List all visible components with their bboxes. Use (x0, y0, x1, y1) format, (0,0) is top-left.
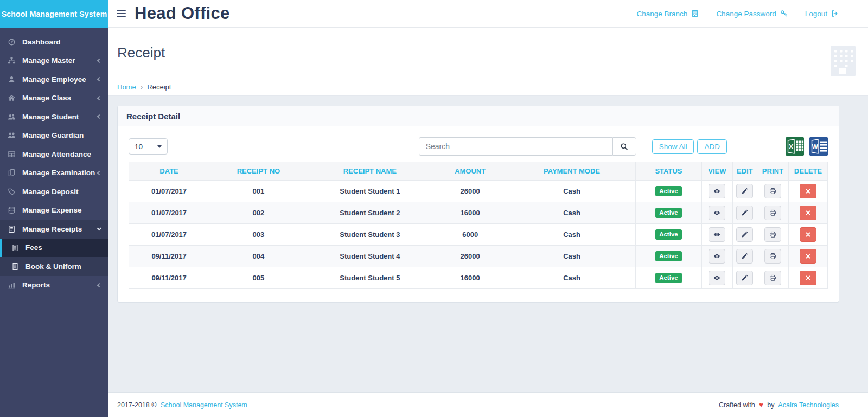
topnav: Head Office Change Branch Change Passwor… (108, 0, 868, 28)
col-edit[interactable]: EDIT (732, 162, 757, 181)
col-status[interactable]: STATUS (635, 162, 701, 181)
logout-link[interactable]: Logout (805, 10, 839, 18)
sidebar-item-manage-receipts[interactable]: Manage Receipts (0, 220, 108, 239)
page-heading: Head Office (135, 4, 230, 23)
table-icon (8, 150, 16, 158)
excel-export-icon[interactable]: X (786, 137, 804, 156)
eye-icon (713, 253, 720, 260)
page-title: Receipt (117, 44, 165, 61)
view-button[interactable] (709, 249, 725, 264)
status-badge: Active (655, 208, 682, 218)
printer-icon (769, 188, 776, 195)
cell-date: 01/07/2017 (129, 181, 209, 202)
change-password-link[interactable]: Change Password (716, 10, 787, 18)
sidebar-item-manage-class[interactable]: Manage Class (0, 89, 108, 108)
chevron-left-icon (97, 283, 101, 287)
status-badge: Active (655, 186, 682, 196)
delete-button[interactable] (800, 249, 816, 264)
edit-button[interactable] (736, 249, 753, 264)
footer-acaira-link[interactable]: Acaira Technologies (778, 401, 839, 409)
printer-icon (769, 209, 776, 216)
col-receipt-no[interactable]: RECEIPT NO (209, 162, 308, 181)
sidebar-item-reports[interactable]: Reports (0, 276, 108, 295)
x-icon (805, 232, 811, 238)
sidebar-item-manage-attendance[interactable]: Manage Attendance (0, 145, 108, 164)
content-area: Receipt Detail 10 Show All AD (108, 96, 868, 392)
col-amount[interactable]: AMOUNT (432, 162, 508, 181)
delete-button[interactable] (800, 271, 816, 285)
search-input[interactable] (419, 137, 612, 156)
view-button[interactable] (709, 184, 725, 198)
sidebar-item-manage-employee[interactable]: Manage Employee (0, 70, 108, 89)
col-view[interactable]: VIEW (702, 162, 733, 181)
brand-title: School Management System (0, 0, 108, 28)
sidebar-item-manage-expense[interactable]: Manage Expense (0, 201, 108, 220)
cell-status: Active (635, 181, 701, 202)
page-size-select[interactable]: 10 (129, 138, 168, 155)
view-button[interactable] (709, 227, 725, 242)
cell-receipt-name: Student Student 5 (308, 267, 432, 289)
status-badge: Active (655, 273, 682, 283)
breadcrumb-separator: › (141, 82, 143, 91)
print-button[interactable] (764, 184, 781, 198)
delete-button[interactable] (800, 227, 816, 242)
view-button[interactable] (709, 206, 725, 220)
chevron-down-icon (97, 226, 101, 230)
sidebar-item-dashboard[interactable]: Dashboard (0, 33, 108, 52)
col-payment-mode[interactable]: PAYMENT MODE (508, 162, 635, 181)
breadcrumb-home-link[interactable]: Home (117, 83, 136, 91)
breadcrumb-current: Receipt (147, 83, 171, 91)
delete-button[interactable] (800, 184, 816, 198)
x-icon (805, 210, 811, 216)
col-date[interactable]: DATE (129, 162, 209, 181)
sidebar-item-manage-student[interactable]: Manage Student (0, 107, 108, 126)
pencil-icon (741, 253, 748, 260)
cell-payment-mode: Cash (508, 181, 635, 202)
sidebar-item-manage-deposit[interactable]: Manage Deposit (0, 182, 108, 201)
ledger-icon (11, 244, 19, 252)
col-receipt-name[interactable]: RECEIPT NAME (308, 162, 432, 181)
hamburger-menu-icon[interactable] (117, 10, 126, 17)
files-icon (8, 169, 16, 177)
add-button[interactable]: ADD (697, 139, 727, 154)
footer-sms-link[interactable]: School Management System (161, 401, 247, 409)
print-button[interactable] (764, 271, 781, 285)
edit-button[interactable] (736, 227, 753, 242)
cell-amount: 6000 (432, 224, 508, 246)
table-header-row: DATE RECEIPT NO RECEIPT NAME AMOUNT PAYM… (129, 162, 828, 181)
students-icon (8, 113, 16, 121)
sidebar-item-manage-guardian[interactable]: Manage Guardian (0, 126, 108, 145)
cell-date: 01/07/2017 (129, 224, 209, 246)
topnav-links: Change Branch Change Password Logout (637, 10, 839, 18)
view-button[interactable] (709, 271, 725, 285)
edit-button[interactable] (736, 206, 753, 220)
delete-button[interactable] (800, 206, 816, 220)
print-button[interactable] (764, 249, 781, 264)
sidebar-item-fees[interactable]: Fees (0, 239, 108, 258)
print-button[interactable] (764, 206, 781, 220)
sidebar: School Management System Dashboard Manag… (0, 0, 108, 417)
sidebar-item-book-uniform[interactable]: Book & Uniform (0, 257, 108, 276)
change-branch-link[interactable]: Change Branch (637, 10, 699, 18)
x-icon (805, 188, 811, 194)
print-button[interactable] (764, 227, 781, 242)
sidebar-item-manage-examination[interactable]: Manage Examination (0, 164, 108, 183)
status-badge: Active (655, 229, 682, 240)
table-row: 01/07/2017 003 Student Student 3 6000 Ca… (129, 224, 828, 246)
col-delete[interactable]: DELETE (788, 162, 827, 181)
printer-icon (769, 231, 776, 238)
chevron-left-icon (97, 96, 101, 100)
eye-icon (713, 274, 720, 281)
search-button[interactable] (612, 137, 636, 156)
search-icon (620, 143, 628, 151)
sidebar-item-manage-master[interactable]: Manage Master (0, 52, 108, 70)
word-export-icon[interactable]: W (809, 137, 828, 156)
cell-status: Active (635, 202, 701, 224)
edit-button[interactable] (736, 271, 753, 285)
cell-date: 09/11/2017 (129, 267, 209, 289)
edit-button[interactable] (736, 184, 753, 198)
show-all-button[interactable]: Show All (652, 139, 694, 154)
cell-payment-mode: Cash (508, 202, 635, 224)
col-print[interactable]: PRINT (757, 162, 788, 181)
user-icon (8, 75, 16, 84)
